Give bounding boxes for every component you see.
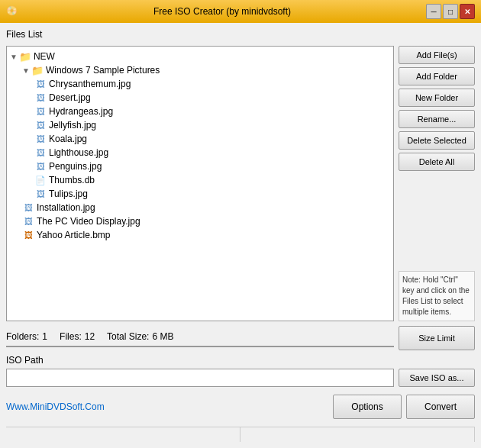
iso-path-section: ISO Path Save ISO as...	[6, 355, 475, 387]
app-icon: 📀	[6, 5, 18, 18]
website-link[interactable]: Www.MiniDVDSoft.Com	[6, 401, 105, 412]
file-name: Tulips.jpg	[49, 189, 88, 199]
list-item[interactable]: 📄 Thumbs.db	[10, 173, 390, 187]
folder-label: Windows 7 Sample Pictures	[46, 65, 160, 76]
folder-icon: 📁	[31, 64, 44, 76]
content-area: ▼ 📁 NEW ▼ 📁 Windows 7 Sample Pictures 🖼 …	[6, 46, 475, 321]
list-item[interactable]: 🖼 Jellyfish.jpg	[10, 118, 390, 132]
tree-root[interactable]: ▼ 📁 NEW	[10, 50, 390, 63]
file-icon: 🖼	[34, 105, 47, 118]
bottom-bar: Www.MiniDVDSoft.Com Options Convert	[6, 392, 475, 422]
iso-path-label: ISO Path	[6, 355, 475, 366]
file-name: Penguins.jpg	[49, 161, 102, 172]
file-icon: 🖼	[34, 119, 47, 131]
stats-row: Folders: 1 Files: 12 Total Size: 6 MB Si…	[6, 326, 475, 350]
list-item[interactable]: 🖼 Lighthouse.jpg	[10, 146, 390, 160]
list-item[interactable]: 🖼 Hydrangeas.jpg	[10, 105, 390, 118]
total-size-label: Total Size:	[107, 331, 149, 342]
file-name: Jellyfish.jpg	[49, 120, 96, 131]
iso-path-row: Save ISO as...	[6, 369, 475, 387]
add-files-button[interactable]: Add File(s)	[399, 46, 475, 64]
list-item[interactable]: 🖼 Koala.jpg	[10, 132, 390, 146]
files-value: 12	[85, 331, 95, 342]
list-item[interactable]: 🖼 Penguins.jpg	[10, 160, 390, 173]
save-iso-button[interactable]: Save ISO as...	[399, 369, 475, 387]
file-icon: 🖼	[22, 201, 34, 214]
options-button[interactable]: Options	[333, 395, 402, 419]
file-icon: 🖼	[34, 78, 47, 90]
stats-bar: Folders: 1 Files: 12 Total Size: 6 MB	[6, 330, 394, 343]
folders-value: 1	[42, 331, 47, 342]
list-item[interactable]: 🖼 Yahoo Article.bmp	[10, 228, 390, 242]
file-tree-panel[interactable]: ▼ 📁 NEW ▼ 📁 Windows 7 Sample Pictures 🖼 …	[6, 46, 394, 321]
file-icon: 🖼	[34, 160, 47, 172]
file-name: Hydrangeas.jpg	[49, 106, 113, 117]
file-name: Koala.jpg	[49, 134, 87, 144]
folder-icon: 📁	[19, 50, 31, 63]
delete-selected-button[interactable]: Delete Selected	[399, 131, 475, 150]
list-item[interactable]: 🖼 Installation.jpg	[10, 201, 390, 214]
list-item[interactable]: 🖼 Desert.jpg	[10, 91, 390, 105]
delete-all-button[interactable]: Delete All	[399, 153, 475, 171]
title-bar: 📀 Free ISO Creator (by minidvdsoft) ─ □ …	[0, 0, 481, 23]
right-button-panel: Add File(s) Add Folder New Folder Rename…	[399, 46, 475, 321]
file-name: Lighthouse.jpg	[49, 147, 108, 158]
close-button[interactable]: ✕	[460, 4, 475, 19]
files-list-label: Files List	[6, 29, 475, 40]
expand-icon: ▼	[10, 53, 18, 61]
file-name: The PC Video Display.jpg	[37, 216, 140, 227]
new-folder-button[interactable]: New Folder	[399, 89, 475, 107]
progress-bar-container	[6, 346, 394, 347]
total-size-value: 6 MB	[152, 331, 173, 342]
db-file-icon: 📄	[34, 174, 47, 186]
folders-label: Folders:	[6, 331, 39, 342]
file-icon: 🖼	[22, 215, 34, 227]
file-icon: 🖼	[34, 133, 47, 145]
size-limit-button[interactable]: Size Limit	[399, 326, 475, 350]
list-item[interactable]: 🖼 Chrysanthemum.jpg	[10, 77, 390, 91]
iso-path-input[interactable]	[6, 369, 394, 387]
file-icon: 🖼	[34, 92, 47, 104]
add-folder-button[interactable]: Add Folder	[399, 67, 475, 85]
bottom-buttons: Options Convert	[333, 395, 475, 419]
list-item[interactable]: 🖼 Tulips.jpg	[10, 187, 390, 201]
file-name: Yahoo Article.bmp	[37, 230, 111, 240]
title-text: Free ISO Creator (by minidvdsoft)	[18, 6, 426, 17]
status-bar	[6, 427, 475, 442]
file-name: Chrysanthemum.jpg	[49, 79, 131, 89]
status-panel-left	[6, 427, 240, 442]
tree-folder[interactable]: ▼ 📁 Windows 7 Sample Pictures	[10, 63, 390, 77]
note-box: Note: Hold "Ctrl" key and click on the F…	[399, 271, 475, 321]
main-window: Files List ▼ 📁 NEW ▼ 📁 Windows 7 Sample …	[0, 23, 481, 448]
file-name: Thumbs.db	[49, 175, 95, 185]
rename-button[interactable]: Rename...	[399, 110, 475, 128]
title-controls: ─ □ ✕	[426, 4, 475, 19]
file-icon: 🖼	[34, 147, 47, 159]
file-name: Desert.jpg	[49, 92, 91, 103]
convert-button[interactable]: Convert	[406, 395, 475, 419]
maximize-button[interactable]: □	[443, 4, 458, 19]
status-panel-right	[240, 427, 475, 442]
list-item[interactable]: 🖼 The PC Video Display.jpg	[10, 214, 390, 228]
expand-icon: ▼	[22, 66, 30, 75]
file-name: Installation.jpg	[37, 202, 95, 213]
files-label: Files:	[60, 331, 82, 342]
file-icon: 🖼	[34, 188, 47, 200]
root-label: NEW	[34, 51, 55, 62]
bmp-file-icon: 🖼	[22, 229, 34, 241]
minimize-button[interactable]: ─	[426, 4, 441, 19]
